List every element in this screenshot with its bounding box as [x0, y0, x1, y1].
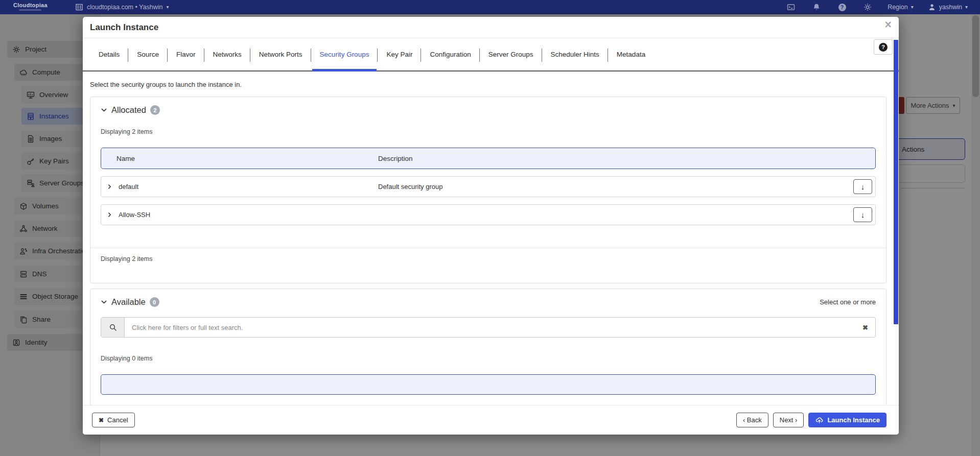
- available-count-badge: 0: [150, 297, 159, 307]
- allocated-panel: Allocated 2 Displaying 2 items Name Desc…: [90, 97, 886, 283]
- select-hint: Select one or more: [820, 298, 876, 306]
- modal-title: Launch Instance: [90, 22, 158, 33]
- back-button[interactable]: ‹ Back: [736, 413, 768, 427]
- region-label: Region: [888, 4, 908, 11]
- filter-search-bar: ✖: [101, 317, 876, 338]
- tab-server-groups[interactable]: Server Groups: [480, 38, 542, 70]
- tab-scheduler-hints[interactable]: Scheduler Hints: [542, 38, 608, 70]
- cancel-x-icon: ✖: [99, 417, 104, 424]
- tab-source[interactable]: Source: [128, 38, 168, 70]
- help-button-nav[interactable]: ?: [829, 0, 855, 14]
- table-row[interactable]: Allow-SSH ↓: [101, 204, 876, 225]
- tab-flavor[interactable]: Flavor: [168, 38, 204, 70]
- modal-header: Launch Instance ×: [83, 17, 899, 38]
- brand-logo[interactable]: Cloudtopiaa: [13, 2, 48, 11]
- allocated-section-toggle[interactable]: Allocated 2: [101, 105, 160, 115]
- settings-button[interactable]: [855, 0, 880, 14]
- help-icon: ?: [838, 4, 846, 11]
- modal-footer: ✖ Cancel ‹ Back Next › Launch Instance: [83, 405, 899, 435]
- terminal-button[interactable]: [778, 0, 804, 14]
- chevron-right-icon[interactable]: [107, 184, 112, 189]
- allocated-title: Allocated: [111, 105, 146, 115]
- column-header-name: Name: [116, 155, 135, 162]
- panel-divider: [90, 248, 886, 248]
- allocated-displaying-top: Displaying 2 items: [101, 128, 876, 135]
- contextual-help-button[interactable]: ?: [874, 39, 893, 55]
- chevron-down-icon: [101, 299, 107, 305]
- table-row[interactable]: default Default security group ↓: [101, 176, 876, 197]
- available-displaying: Displaying 0 items: [101, 355, 876, 362]
- search-icon: [109, 323, 117, 331]
- launch-instance-button[interactable]: Launch Instance: [808, 413, 886, 427]
- help-icon: ?: [879, 43, 888, 52]
- chevron-down-icon: [101, 107, 107, 113]
- security-groups-step: Select the security groups to launch the…: [83, 71, 899, 405]
- search-addon: [101, 318, 125, 337]
- bell-icon: [812, 3, 821, 11]
- username-label: yashwin: [939, 4, 962, 11]
- column-header-description: Description: [378, 155, 413, 162]
- next-button[interactable]: Next ›: [773, 413, 804, 427]
- user-icon: [928, 3, 936, 11]
- available-table-header-partial: [101, 374, 876, 395]
- available-panel: Available 0 Select one or more ✖ Display…: [90, 289, 886, 405]
- chevron-right-icon[interactable]: [107, 212, 112, 218]
- security-group-description: Default security group: [378, 183, 442, 190]
- context-label: cloudtopiaa.com • Yashwin: [87, 4, 162, 11]
- project-context-switcher[interactable]: cloudtopiaa.com • Yashwin ▾: [75, 0, 169, 14]
- wizard-tabs: Details Source Flavor Networks Network P…: [83, 38, 899, 71]
- clear-search-icon[interactable]: ✖: [862, 318, 875, 337]
- move-down-button[interactable]: ↓: [853, 179, 872, 194]
- security-group-name: default: [119, 183, 138, 190]
- security-group-name: Allow-SSH: [119, 211, 150, 219]
- launch-instance-modal: Launch Instance × Details Source Flavor …: [83, 17, 899, 435]
- chevron-down-icon: ▾: [911, 5, 914, 10]
- chevron-down-icon: ▾: [166, 5, 169, 10]
- brand-logo-text: Cloudtopiaa: [13, 2, 48, 8]
- top-navbar: Cloudtopiaa cloudtopiaa.com • Yashwin ▾ …: [0, 0, 980, 14]
- tab-details[interactable]: Details: [90, 38, 128, 70]
- region-menu[interactable]: Region ▾: [880, 4, 921, 11]
- allocated-displaying-bottom: Displaying 2 items: [101, 255, 876, 283]
- terminal-icon: [787, 3, 795, 11]
- gear-icon: [864, 3, 872, 11]
- allocated-count-badge: 2: [150, 105, 160, 115]
- chevron-down-icon: ▾: [965, 5, 968, 10]
- cloud-upload-icon: [815, 416, 824, 424]
- tab-key-pair[interactable]: Key Pair: [378, 38, 421, 70]
- tab-networks[interactable]: Networks: [204, 38, 250, 70]
- available-title: Available: [111, 297, 146, 307]
- tab-configuration[interactable]: Configuration: [421, 38, 479, 70]
- tab-network-ports[interactable]: Network Ports: [250, 38, 311, 70]
- brand-tagline: [19, 9, 41, 11]
- modal-scrollbar-thumb[interactable]: [894, 40, 898, 324]
- step-description: Select the security groups to launch the…: [90, 81, 886, 88]
- allocated-table-header: Name Description: [101, 148, 876, 169]
- domain-icon: [75, 3, 83, 11]
- close-icon[interactable]: ×: [885, 18, 892, 32]
- tab-security-groups[interactable]: Security Groups: [311, 38, 378, 70]
- search-input[interactable]: [125, 318, 862, 337]
- cancel-button[interactable]: ✖ Cancel: [92, 413, 135, 427]
- user-menu[interactable]: yashwin ▾: [921, 3, 975, 11]
- move-down-button[interactable]: ↓: [853, 207, 872, 222]
- available-section-toggle[interactable]: Available 0: [101, 297, 159, 307]
- tab-metadata[interactable]: Metadata: [608, 38, 654, 70]
- notifications-button[interactable]: [804, 0, 829, 14]
